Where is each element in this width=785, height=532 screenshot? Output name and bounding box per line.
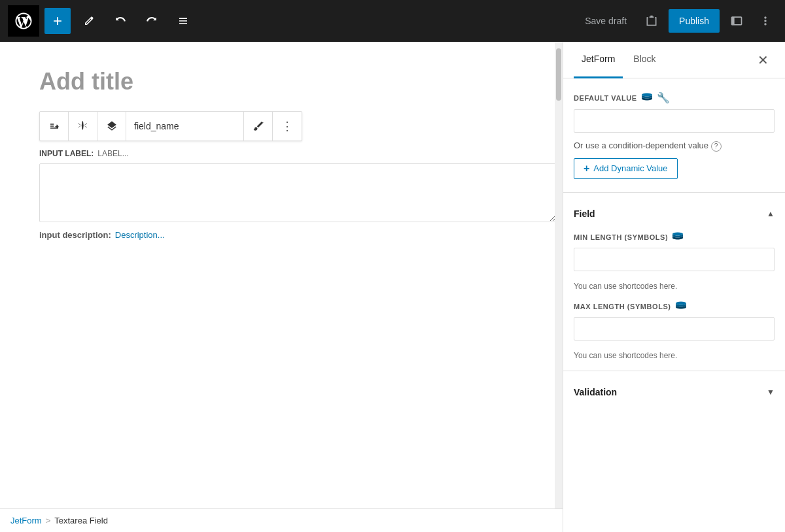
wrench-icon[interactable]: 🔧 [657,91,671,104]
tab-jetform[interactable]: JetForm [574,42,623,78]
redo-icon [146,15,158,27]
min-length-section: MIN LENGTH (SYMBOLS) You can use shortco… [574,232,775,291]
breadcrumb: JetForm > Textarea Field [0,508,563,532]
condition-text: Or use a condition-dependent value ? [574,141,775,152]
max-length-section: MAX LENGTH (SYMBOLS) You can use shortco… [574,301,775,360]
validation-divider [563,371,785,371]
input-desc-key: input description: [39,230,111,240]
more-block-tools[interactable]: ⋮ [273,112,302,141]
svg-point-0 [642,93,652,96]
sidebar-toggle-icon [730,14,743,27]
validation-section-header[interactable]: Validation ▼ [574,382,775,403]
publish-button[interactable]: Publish [669,9,720,33]
help-tooltip[interactable]: ? [711,141,722,152]
min-length-input[interactable] [574,248,775,271]
db-icon-default[interactable] [641,93,653,103]
asterisk-block-tool[interactable] [69,112,97,141]
add-block-button[interactable]: + [44,8,71,34]
default-value-label: DEFAULT VALUE 🔧 [574,91,775,104]
asterisk-icon [77,120,89,132]
add-dynamic-value-button[interactable]: + Add Dynamic Value [574,158,678,179]
layers-block-tool[interactable] [97,112,126,141]
tab-block[interactable]: Block [625,42,663,78]
more-options-icon [759,14,772,27]
text-tool-icon [48,120,60,132]
topbar: + Save draft Publish [0,0,785,42]
sidebar-content: DEFAULT VALUE 🔧 Or use a condition-depen… [563,78,785,532]
textarea-field[interactable] [39,163,555,222]
db-icon-max[interactable] [675,301,687,312]
list-view-icon [177,15,189,27]
input-desc-link[interactable]: Description... [115,230,165,240]
sidebar: JetForm Block ✕ DEFAULT VALUE 🔧 [563,42,785,532]
preview-button[interactable] [640,9,663,33]
editor-area: Add title [0,42,555,532]
list-view-button[interactable] [170,8,196,34]
save-draft-button[interactable]: Save draft [577,12,635,30]
svg-point-1 [672,232,683,235]
max-length-label: MAX LENGTH (SYMBOLS) [574,301,775,312]
max-length-input[interactable] [574,317,775,341]
validation-collapse-arrow: ▼ [767,388,775,397]
layers-icon [106,120,118,132]
undo-icon [114,15,126,27]
input-label-value: LABEL... [97,149,128,158]
close-sidebar-button[interactable]: ✕ [751,48,775,72]
input-label-row: INPUT LABEL: LABEL... [39,149,515,158]
wp-logo [8,5,39,37]
editor-scrollbar[interactable] [555,42,563,532]
undo-button[interactable] [107,8,133,34]
tools-button[interactable] [76,8,102,34]
min-length-hint: You can use shortcodes here. [574,282,775,291]
add-title-placeholder[interactable]: Add title [39,68,515,95]
scrollbar-thumb[interactable] [556,48,561,101]
block-toolbar: ⋮ [39,111,302,141]
sidebar-toggle-button[interactable] [725,9,748,33]
preview-icon [645,14,658,27]
default-value-input[interactable] [574,109,775,133]
min-length-label: MIN LENGTH (SYMBOLS) [574,232,775,242]
redo-button[interactable] [139,8,165,34]
breadcrumb-parent[interactable]: JetForm [10,516,42,525]
paint-tool[interactable] [244,112,273,141]
db-icon-min[interactable] [672,232,684,242]
text-block-tool[interactable] [40,112,69,141]
more-options-button[interactable] [754,9,777,33]
field-collapse-arrow: ▲ [767,209,775,218]
input-desc-row: input description: Description... [39,230,515,240]
plus-icon: + [584,163,589,175]
pen-icon [83,15,95,27]
wordpress-icon [14,11,33,31]
sidebar-header: JetForm Block ✕ [563,42,785,78]
svg-point-2 [676,301,686,305]
breadcrumb-separator: > [46,516,51,525]
max-length-hint: You can use shortcodes here. [574,351,775,360]
input-label-key: INPUT LABEL: [39,149,94,158]
breadcrumb-current: Textarea Field [54,516,108,525]
field-name-input[interactable] [126,112,244,141]
field-section-header[interactable]: Field ▲ [574,203,775,224]
paint-icon [253,120,264,132]
section-divider [563,192,785,193]
main-layout: Add title [0,0,785,532]
